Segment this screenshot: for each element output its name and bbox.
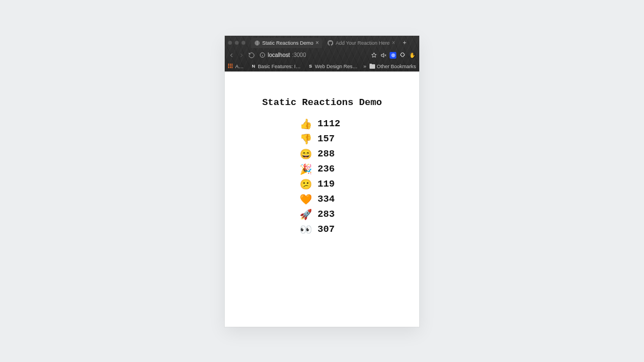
tab-active[interactable]: Static Reactions Demo ×: [251, 38, 322, 48]
tab-inactive[interactable]: Add Your Reaction Here ×: [324, 38, 398, 48]
thumbs-up-emoji-icon: 👍: [300, 119, 312, 129]
bookmark-label: Basic Features: Im…: [258, 64, 303, 69]
bookmarks-bar: Apps N Basic Features: Im… S Web Design …: [225, 61, 419, 72]
github-icon: [328, 40, 333, 46]
apps-button[interactable]: Apps: [228, 64, 246, 69]
reaction-count: 283: [318, 209, 340, 219]
reaction-rocket: 🚀283: [300, 209, 344, 220]
tabs-row: Static Reactions Demo × Add Your Reactio…: [225, 36, 419, 49]
close-icon[interactable]: ×: [392, 40, 395, 46]
rocket-emoji-icon: 🚀: [300, 209, 312, 220]
window-zoom-dot[interactable]: [242, 41, 245, 45]
apps-label: Apps: [235, 64, 247, 69]
url-host: localhost: [268, 52, 290, 58]
laugh-emoji-icon: 😄: [300, 149, 312, 159]
site-info-icon[interactable]: [259, 52, 266, 58]
profile-avatar[interactable]: ✋: [409, 51, 416, 59]
mute-icon[interactable]: [380, 52, 387, 59]
reload-icon[interactable]: [248, 52, 255, 59]
letter-s-icon: S: [308, 64, 314, 69]
reaction-heart: 🧡334: [300, 194, 344, 204]
bookmark-item[interactable]: N Basic Features: Im…: [250, 64, 303, 69]
address-bar[interactable]: localhost:3000: [258, 52, 367, 58]
window-close-dot[interactable]: [228, 41, 232, 45]
toolbar-right: ◎ ✋: [371, 51, 416, 59]
new-tab-button[interactable]: +: [401, 39, 409, 47]
nav-controls: [228, 52, 255, 59]
bookmarks-overflow[interactable]: »: [363, 64, 366, 69]
globe-icon: [254, 40, 260, 46]
reaction-count: 236: [318, 164, 340, 174]
heart-emoji-icon: 🧡: [300, 194, 312, 204]
confused-emoji-icon: 😕: [300, 179, 312, 189]
star-icon[interactable]: [371, 52, 377, 59]
letter-n-icon: N: [250, 64, 256, 69]
reaction-count: 157: [318, 134, 340, 144]
other-bookmarks-label: Other Bookmarks: [377, 64, 416, 69]
browser-window: Static Reactions Demo × Add Your Reactio…: [225, 36, 419, 327]
browser-chrome: Static Reactions Demo × Add Your Reactio…: [225, 36, 419, 72]
bookmark-item[interactable]: S Web Design Reso…: [308, 64, 359, 69]
reaction-confused: 😕119: [300, 179, 344, 189]
extension-badge-icon[interactable]: ◎: [390, 52, 396, 59]
thumbs-down-emoji-icon: 👎: [300, 134, 312, 144]
address-bar-row: localhost:3000 ◎ ✋: [225, 49, 419, 61]
extensions-icon[interactable]: [399, 52, 406, 59]
folder-icon: [370, 64, 375, 69]
reaction-count: 334: [318, 194, 340, 204]
back-icon[interactable]: [228, 52, 235, 59]
window-minimize-dot[interactable]: [235, 41, 239, 45]
reactions-list: 👍1112👎157😄288🎉236😕119🧡334🚀283👀307: [225, 119, 419, 235]
url-port: :3000: [292, 52, 306, 58]
apps-grid-icon: [228, 64, 234, 69]
tada-emoji-icon: 🎉: [300, 164, 312, 174]
reaction-laugh: 😄288: [300, 149, 344, 159]
tab-label: Add Your Reaction Here: [335, 40, 390, 46]
page-title: Static Reactions Demo: [225, 97, 419, 108]
reaction-count: 119: [318, 179, 340, 189]
tab-label: Static Reactions Demo: [262, 40, 314, 46]
forward-icon[interactable]: [238, 52, 245, 59]
reaction-thumbs-up: 👍1112: [300, 119, 344, 129]
bookmark-label: Web Design Reso…: [315, 64, 359, 69]
eyes-emoji-icon: 👀: [300, 225, 312, 235]
reaction-count: 307: [318, 225, 340, 234]
reaction-thumbs-down: 👎157: [300, 134, 344, 144]
page-content: Static Reactions Demo 👍1112👎157😄288🎉236😕…: [225, 72, 419, 327]
window-controls[interactable]: [228, 41, 245, 45]
reaction-tada: 🎉236: [300, 164, 344, 174]
reaction-count: 1112: [318, 119, 340, 128]
reaction-eyes: 👀307: [300, 225, 344, 235]
other-bookmarks[interactable]: Other Bookmarks: [370, 64, 416, 69]
close-icon[interactable]: ×: [316, 40, 319, 46]
reaction-count: 288: [318, 149, 340, 159]
